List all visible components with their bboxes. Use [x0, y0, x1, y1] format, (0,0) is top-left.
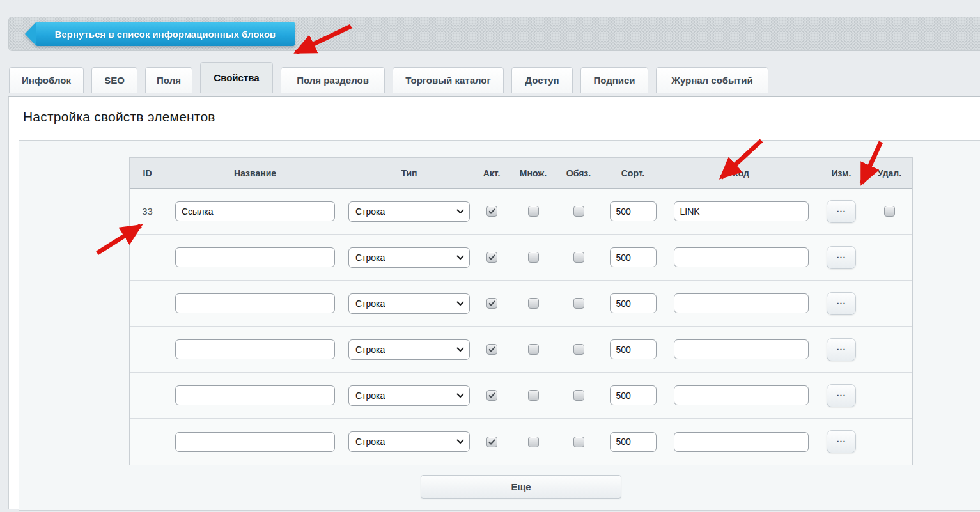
name-input[interactable]	[175, 339, 335, 359]
tab-captions[interactable]: Подписи	[580, 67, 648, 93]
table-body: 33 Строка ...	[130, 189, 912, 465]
content-area: Настройка свойств элементов IDНазваниеТи…	[8, 96, 980, 509]
column-header-type: Тип	[345, 168, 473, 178]
required-checkbox[interactable]	[573, 298, 584, 309]
code-input[interactable]	[674, 385, 809, 405]
type-select-wrap: Строка	[348, 431, 470, 452]
sort-input[interactable]	[610, 201, 657, 221]
tab-bar: ИнфоблокSEOПоляСвойстваПоля разделовТорг…	[9, 62, 768, 93]
required-checkbox[interactable]	[573, 206, 584, 217]
type-select[interactable]: Строка	[348, 293, 470, 314]
top-bar: Вернуться в список информационных блоков	[8, 17, 980, 51]
tab-properties[interactable]: Свойства	[200, 62, 273, 93]
name-input[interactable]	[175, 247, 335, 267]
code-input[interactable]	[674, 432, 809, 452]
table-row: Строка ...	[130, 281, 912, 327]
back-arrow-point-icon	[25, 22, 36, 46]
tab-access[interactable]: Доступ	[511, 67, 573, 93]
type-select[interactable]: Строка	[348, 201, 470, 222]
column-header-edit: Изм.	[817, 168, 866, 178]
type-select-wrap: Строка	[348, 293, 470, 314]
name-input[interactable]	[175, 385, 335, 405]
type-select-wrap: Строка	[348, 201, 470, 222]
code-input[interactable]	[674, 293, 809, 313]
type-select-wrap: Строка	[348, 339, 470, 360]
multiple-checkbox[interactable]	[528, 206, 539, 217]
edit-button[interactable]: ...	[827, 384, 856, 407]
edit-button[interactable]: ...	[827, 292, 856, 315]
type-select-wrap: Строка	[348, 385, 470, 406]
back-button[interactable]: Вернуться в список информационных блоков	[25, 22, 295, 46]
required-checkbox[interactable]	[573, 437, 584, 447]
tab-fields[interactable]: Поля	[145, 67, 192, 93]
table-row: 33 Строка ...	[130, 189, 912, 235]
table-row: Строка ...	[130, 235, 912, 281]
column-header-id: ID	[130, 168, 165, 178]
type-select[interactable]: Строка	[348, 431, 470, 452]
delete-checkbox[interactable]	[884, 206, 895, 217]
type-select[interactable]: Строка	[348, 339, 470, 360]
name-input[interactable]	[175, 293, 335, 313]
tab-section-fields[interactable]: Поля разделов	[281, 67, 385, 93]
active-checkbox[interactable]	[486, 206, 497, 217]
sort-input[interactable]	[610, 247, 657, 267]
sort-input[interactable]	[610, 293, 657, 313]
tab-trade-catalog[interactable]: Торговый каталог	[393, 67, 504, 93]
type-select-wrap: Строка	[348, 247, 470, 268]
sort-input[interactable]	[610, 339, 657, 359]
active-checkbox[interactable]	[486, 252, 497, 263]
active-checkbox[interactable]	[486, 298, 497, 309]
name-input[interactable]	[175, 201, 335, 221]
table-row: Строка ...	[130, 373, 912, 419]
back-button-label: Вернуться в список информационных блоков	[36, 22, 295, 46]
column-header-sort: Сорт.	[601, 168, 665, 178]
table-row: Строка ...	[130, 327, 912, 373]
multiple-checkbox[interactable]	[528, 344, 539, 355]
active-checkbox[interactable]	[486, 437, 497, 447]
multiple-checkbox[interactable]	[528, 390, 539, 401]
required-checkbox[interactable]	[573, 390, 584, 401]
tab-event-log[interactable]: Журнал событий	[656, 67, 768, 93]
column-header-required: Обяз.	[556, 168, 601, 178]
row-id: 33	[142, 206, 153, 217]
more-button[interactable]: Еще	[421, 475, 621, 499]
code-input[interactable]	[674, 247, 809, 267]
column-header-multiple: Множ.	[510, 168, 556, 178]
name-input[interactable]	[175, 432, 335, 452]
active-checkbox[interactable]	[486, 344, 497, 355]
page-title: Настройка свойств элементов	[23, 109, 215, 125]
column-header-code: Код	[665, 168, 817, 178]
required-checkbox[interactable]	[573, 344, 584, 355]
multiple-checkbox[interactable]	[528, 252, 539, 263]
sort-input[interactable]	[610, 385, 657, 405]
edit-button[interactable]: ...	[827, 338, 856, 361]
column-header-name: Название	[165, 168, 345, 178]
edit-button[interactable]: ...	[827, 430, 856, 453]
properties-table: IDНазваниеТипАкт.Множ.Обяз.Сорт.КодИзм.У…	[129, 157, 913, 465]
multiple-checkbox[interactable]	[528, 298, 539, 309]
code-input[interactable]	[674, 201, 809, 221]
tab-seo[interactable]: SEO	[91, 67, 137, 93]
column-header-active: Акт.	[473, 168, 510, 178]
multiple-checkbox[interactable]	[528, 437, 539, 447]
properties-panel: IDНазваниеТипАкт.Множ.Обяз.Сорт.КодИзм.У…	[19, 140, 980, 511]
column-header-delete: Удал.	[866, 168, 914, 178]
table-row: Строка ...	[130, 419, 912, 465]
sort-input[interactable]	[610, 432, 657, 452]
table-header-row: IDНазваниеТипАкт.Множ.Обяз.Сорт.КодИзм.У…	[130, 158, 912, 189]
type-select[interactable]: Строка	[348, 247, 470, 268]
tab-infoblock[interactable]: Инфоблок	[9, 67, 84, 93]
required-checkbox[interactable]	[573, 252, 584, 263]
edit-button[interactable]: ...	[827, 246, 856, 269]
edit-button[interactable]: ...	[827, 200, 856, 223]
type-select[interactable]: Строка	[348, 385, 470, 406]
code-input[interactable]	[674, 339, 809, 359]
active-checkbox[interactable]	[486, 390, 497, 401]
